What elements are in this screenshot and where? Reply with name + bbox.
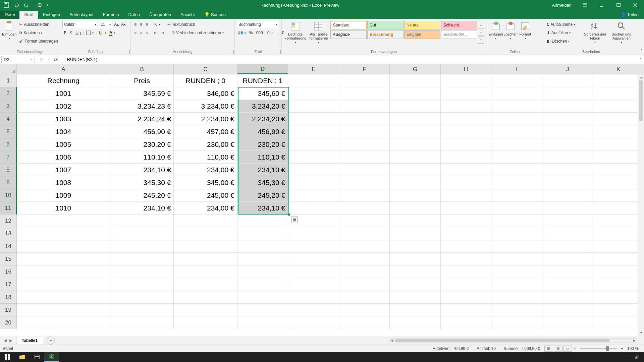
sheet-tab[interactable]: Tabelle1: [16, 337, 43, 344]
save-icon[interactable]: [2, 1, 11, 9]
cell-D10[interactable]: 245,20 €: [237, 189, 288, 202]
column-header-C[interactable]: C: [174, 64, 237, 74]
cell-E8[interactable]: [288, 164, 339, 176]
sheet-nav-prev-icon[interactable]: ◀: [3, 338, 8, 343]
row-header[interactable]: 11: [0, 202, 17, 215]
task-view-icon[interactable]: [30, 352, 44, 362]
cell-C1[interactable]: RUNDEN ; 0: [174, 74, 237, 87]
cell-G13[interactable]: [390, 227, 441, 240]
align-bottom-icon[interactable]: ≡: [144, 21, 149, 28]
fill-button[interactable]: ⬇Ausfüllen▾: [545, 29, 582, 37]
row-header[interactable]: 13: [0, 227, 17, 240]
cell-F19[interactable]: [339, 304, 390, 316]
cell-H14[interactable]: [441, 240, 492, 253]
cancel-formula-icon[interactable]: ✕: [38, 57, 44, 62]
cell-C13[interactable]: [174, 227, 237, 240]
paste-button[interactable]: Einfügen▾: [2, 19, 16, 40]
cell-F3[interactable]: [339, 100, 390, 113]
file-explorer-icon[interactable]: [15, 352, 30, 362]
style-neutral[interactable]: Neutral: [404, 21, 440, 29]
cell-F2[interactable]: [339, 87, 390, 100]
start-menu-icon[interactable]: [0, 352, 15, 362]
cell-F11[interactable]: [339, 202, 390, 215]
cell-K1[interactable]: [593, 74, 644, 87]
cell-E3[interactable]: [288, 100, 339, 113]
excel-taskbar-icon[interactable]: X: [44, 352, 59, 362]
cell-B6[interactable]: 230,20 €: [110, 138, 174, 151]
row-header[interactable]: 3: [0, 100, 17, 113]
cell-D19[interactable]: [237, 304, 288, 316]
cell-F8[interactable]: [339, 164, 390, 176]
cell-J19[interactable]: [542, 304, 593, 316]
cell-I6[interactable]: [491, 138, 542, 151]
cell-K12[interactable]: [593, 215, 644, 227]
cell-I3[interactable]: [491, 100, 542, 113]
column-header-B[interactable]: B: [110, 64, 174, 74]
style-eingabe[interactable]: Eingabe: [404, 30, 440, 39]
conditional-formatting-button[interactable]: Bedingte Formatierung▾: [284, 19, 307, 44]
cell-C8[interactable]: 234,00 €: [174, 164, 237, 176]
cell-I15[interactable]: [491, 253, 542, 265]
percent-format-icon[interactable]: %: [248, 29, 254, 37]
cell-J2[interactable]: [542, 87, 593, 100]
zoom-slider[interactable]: [580, 348, 617, 349]
cell-F12[interactable]: [339, 215, 390, 227]
cell-K14[interactable]: [593, 240, 644, 253]
cell-B8[interactable]: 234,10 €: [110, 164, 174, 176]
align-top-icon[interactable]: ≡: [133, 21, 138, 28]
cell-K7[interactable]: [593, 151, 644, 164]
hscroll-thumb[interactable]: [395, 339, 609, 342]
cell-H2[interactable]: [441, 87, 492, 100]
tab-start[interactable]: Start: [19, 11, 38, 19]
tab-einfuegen[interactable]: Einfügen: [38, 11, 65, 19]
cell-E5[interactable]: [288, 125, 339, 138]
cell-I18[interactable]: [491, 291, 542, 304]
cell-G9[interactable]: [390, 176, 441, 189]
cell-B3[interactable]: 3.234,23 €: [110, 100, 174, 113]
align-middle-icon[interactable]: ≡: [139, 21, 144, 28]
cell-A2[interactable]: 1001: [17, 87, 110, 100]
cell-H7[interactable]: [441, 151, 492, 164]
scrollbar-thumb[interactable]: [639, 80, 643, 121]
cell-C4[interactable]: 2.234,00 €: [174, 113, 237, 125]
style-gut[interactable]: Gut: [367, 21, 404, 29]
style-schlecht[interactable]: Schlecht: [441, 21, 477, 29]
cell-D17[interactable]: [237, 278, 288, 291]
column-header-E[interactable]: E: [288, 64, 339, 74]
cell-A20[interactable]: [17, 316, 110, 329]
insert-cells-button[interactable]: Einfügen▾: [488, 19, 503, 40]
comma-format-icon[interactable]: 000: [255, 29, 264, 37]
cell-H4[interactable]: [441, 113, 492, 125]
cell-K6[interactable]: [593, 138, 644, 151]
cell-F1[interactable]: [339, 74, 390, 87]
increase-font-icon[interactable]: A▴: [113, 21, 119, 28]
row-header[interactable]: 10: [0, 189, 17, 202]
row-header[interactable]: 16: [0, 265, 17, 278]
cell-G17[interactable]: [390, 278, 441, 291]
cell-K16[interactable]: [593, 265, 644, 278]
cell-K17[interactable]: [593, 278, 644, 291]
row-header[interactable]: 7: [0, 151, 17, 164]
cell-A10[interactable]: 1009: [17, 189, 110, 202]
tray-chevron-icon[interactable]: ˄: [629, 355, 631, 359]
cell-F17[interactable]: [339, 278, 390, 291]
cell-F9[interactable]: [339, 176, 390, 189]
scroll-down-icon[interactable]: ▼: [638, 330, 644, 336]
align-launcher[interactable]: [230, 50, 234, 54]
cell-A13[interactable]: [17, 227, 110, 240]
cell-E14[interactable]: [288, 240, 339, 253]
cell-J14[interactable]: [542, 240, 593, 253]
scroll-up-icon[interactable]: ▲: [638, 74, 644, 80]
cell-E9[interactable]: [288, 176, 339, 189]
cell-E2[interactable]: [288, 87, 339, 100]
cell-F14[interactable]: [339, 240, 390, 253]
cell-I12[interactable]: [491, 215, 542, 227]
name-box[interactable]: D2▾: [1, 56, 35, 63]
row-header[interactable]: 17: [0, 278, 17, 291]
font-size-select[interactable]: 11▾: [99, 21, 112, 28]
cell-D8[interactable]: 234,10 €: [237, 164, 288, 176]
find-select-button[interactable]: Suchen und Auswählen▾: [608, 19, 635, 44]
wrap-text-button[interactable]: ↩Textumbruch: [166, 21, 197, 28]
cell-D2[interactable]: 345,60 €: [237, 87, 288, 100]
cell-I5[interactable]: [491, 125, 542, 138]
